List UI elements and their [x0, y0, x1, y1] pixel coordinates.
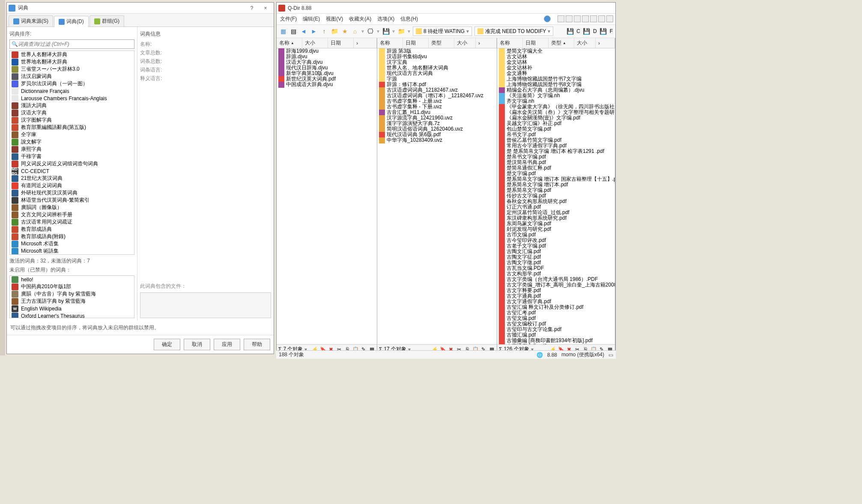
col-size[interactable]: 大小	[454, 38, 476, 48]
menu-item[interactable]: 选项(X)	[377, 15, 394, 23]
menu-item[interactable]: 收藏夹(A)	[349, 15, 371, 23]
dict-item[interactable]: 汉字图解字典	[10, 116, 134, 124]
help-button[interactable]: 帮助	[244, 339, 270, 350]
col-more[interactable]: ›	[354, 38, 377, 48]
layout-buttons	[544, 15, 613, 22]
dict-item[interactable]: 漢語大詞典	[10, 102, 134, 109]
cancel-button[interactable]: 取消	[184, 339, 210, 350]
pane2-filelist[interactable]: 辞源 第3版汉语辞书集锦djvu汉字宝典世界人名、地名翻译大词典现代汉语方言大词…	[377, 48, 497, 344]
dict-item[interactable]: 教育部重編國語辭典(第五版)	[10, 124, 134, 131]
dict-item[interactable]: 有道同近义词词典	[10, 182, 134, 189]
drive-c[interactable]: 💾	[566, 27, 574, 35]
dict-item[interactable]: 21世纪大英汉词典	[10, 175, 134, 182]
monitor-icon[interactable]: 🖵	[367, 27, 374, 35]
dict-item[interactable]: Larousse Chambers Francais-Anglais	[10, 95, 134, 102]
layout-2[interactable]	[566, 15, 573, 22]
file-row[interactable]: 中华字海_10283409.uvz	[377, 137, 497, 143]
col-type[interactable]: 类型▲	[549, 38, 574, 48]
dict-item-disabled[interactable]: WEnglish Wikipedia	[10, 305, 134, 312]
layout-7[interactable]	[606, 15, 613, 22]
layout-4[interactable]	[582, 15, 589, 22]
search-input[interactable]	[18, 41, 132, 47]
files-label: 此词典包含的文件：	[140, 283, 271, 290]
globe-icon[interactable]	[544, 15, 551, 22]
pane1-filelist[interactable]: 辞海1999.djvu辞源.djvu汉语大字典.djvu现代汉日辞海.djvu新…	[277, 48, 377, 344]
col-more[interactable]: ›	[596, 38, 615, 48]
home-icon[interactable]: ⌂	[351, 27, 359, 35]
dictionary-list[interactable]: 世界人名翻译大辞典世界地名翻译大辞典三省堂スーパー大辞林3.0法汉启蒙词典罗贝尔…	[9, 51, 134, 255]
disk-icon[interactable]: 💾	[382, 27, 390, 35]
tab-sources[interactable]: 词典来源(S)	[9, 15, 53, 27]
unactive-dictionary-list[interactable]: hello!中国药典2010年版1部廣韻（中古音）字典 by 紫雪藍海王力古漢語…	[9, 275, 134, 318]
dict-item[interactable]: 世界人名翻译大辞典	[10, 51, 134, 58]
menu-item[interactable]: 文件(F)	[280, 15, 297, 23]
dict-item[interactable]: 世界地名翻译大辞典	[10, 58, 134, 66]
dict-item-disabled[interactable]: 中国药典2010年版1部	[10, 283, 134, 290]
tray-icon[interactable]: ▭	[608, 352, 613, 358]
dict-item[interactable]: MD BGCC-CEDICT	[10, 167, 134, 175]
layout-3[interactable]	[574, 15, 581, 22]
dict-item[interactable]: 汉语大字典	[10, 109, 134, 116]
view-list-icon[interactable]: ▤	[289, 27, 297, 35]
dict-item[interactable]: 三省堂スーパー大辞林3.0	[10, 66, 134, 73]
layout-6[interactable]	[598, 15, 605, 22]
dict-item[interactable]: Microsoft 術語集	[10, 248, 134, 255]
menu-item[interactable]: 信息(H)	[400, 15, 418, 23]
dict-item[interactable]: 康熙字典	[10, 146, 134, 153]
col-more[interactable]: ›	[476, 38, 497, 48]
dict-item[interactable]: 教育部成語典	[10, 226, 134, 233]
file-row[interactable]: 中国成语大辞典.djvu	[277, 82, 377, 87]
layout-1[interactable]	[558, 15, 564, 22]
col-date[interactable]: 日期	[523, 38, 549, 48]
folder-icon[interactable]: 📁	[331, 27, 338, 35]
col-name[interactable]: 名称	[497, 38, 523, 48]
col-type[interactable]: 类型	[429, 38, 454, 48]
apply-button[interactable]: 应用	[214, 339, 240, 350]
dict-item[interactable]: 廣韻詞（圖像版）	[10, 204, 134, 211]
dict-item[interactable]: 說文解字	[10, 138, 134, 146]
drive-d[interactable]: 💾	[583, 27, 591, 35]
col-date[interactable]: 日期	[403, 38, 429, 48]
col-date[interactable]: 日期	[328, 38, 354, 48]
col-size[interactable]: 大小	[574, 38, 596, 48]
dict-item-disabled[interactable]: 廣韻（中古音）字典 by 紫雪藍海	[10, 290, 134, 298]
dict-item[interactable]: 林语堂当代汉英词典-繁简索引	[10, 197, 134, 204]
dict-item[interactable]: 外研社现代英汉汉英词典	[10, 189, 134, 197]
close-button[interactable]: ×	[259, 4, 272, 12]
pane3-filelist[interactable]: 楚简文字编大全古文诂林金文诂林金文诂林补金文通释上海博物馆藏战国楚竹书7文字编上…	[497, 48, 615, 344]
view-icon[interactable]: ▦	[279, 27, 287, 35]
dict-item[interactable]: 法汉启蒙词典	[10, 73, 134, 80]
dict-item[interactable]: 罗贝尔法汉词典（一词一图）	[10, 80, 134, 87]
dict-item[interactable]: 同义词反义词近义词组词造句词典	[10, 160, 134, 167]
dict-item[interactable]: 文言文同义词辨析手册	[10, 211, 134, 218]
dict-item[interactable]: 古汉语常用同义词疏证	[10, 218, 134, 226]
folder2-icon[interactable]: 📁	[397, 27, 405, 35]
menu-item[interactable]: 视图(V)	[326, 15, 343, 23]
dict-item[interactable]: 干祿字書	[10, 153, 134, 160]
up-icon[interactable]: ↑	[320, 27, 328, 35]
dict-item-disabled[interactable]: 王力古漢語字典 by 紫雪藍海	[10, 298, 134, 305]
dict-item[interactable]: 全字庫	[10, 131, 134, 138]
tab-groups[interactable]: 群组(G)	[89, 15, 124, 27]
drive-f[interactable]: 💾	[600, 27, 607, 35]
col-name[interactable]: 名称▲	[277, 38, 302, 48]
col-name[interactable]: 名称	[377, 38, 403, 48]
help-button[interactable]: ?	[245, 4, 258, 12]
fav-icon[interactable]: ★	[341, 27, 349, 35]
dict-item-disabled[interactable]: Oxford Learner's Thesaurus	[10, 312, 134, 318]
search-box[interactable]: 🔍	[9, 39, 134, 49]
tab-dicts[interactable]: 词典(D)	[54, 16, 89, 27]
address-bar-waiting[interactable]: 8 待处理 WATING ▾	[413, 27, 472, 36]
globe-icon[interactable]: 🌐	[537, 352, 543, 358]
address-bar-modify[interactable]: 准完成 NEED TO MODIFY ▾	[474, 27, 553, 36]
dict-item[interactable]: Microsoft 术语集	[10, 240, 134, 248]
menu-item[interactable]: 编辑(E)	[303, 15, 320, 23]
col-size[interactable]: 大小	[302, 38, 328, 48]
dict-item[interactable]: Dictionnaire Français	[10, 87, 134, 95]
layout-5[interactable]	[590, 15, 597, 22]
dict-item-disabled[interactable]: hello!	[10, 276, 134, 283]
dict-item[interactable]: 教育部成語典(附錄)	[10, 233, 134, 240]
back-icon[interactable]: ◄	[300, 27, 307, 35]
ok-button[interactable]: 确定	[154, 339, 180, 350]
forward-icon[interactable]: ►	[310, 27, 318, 35]
